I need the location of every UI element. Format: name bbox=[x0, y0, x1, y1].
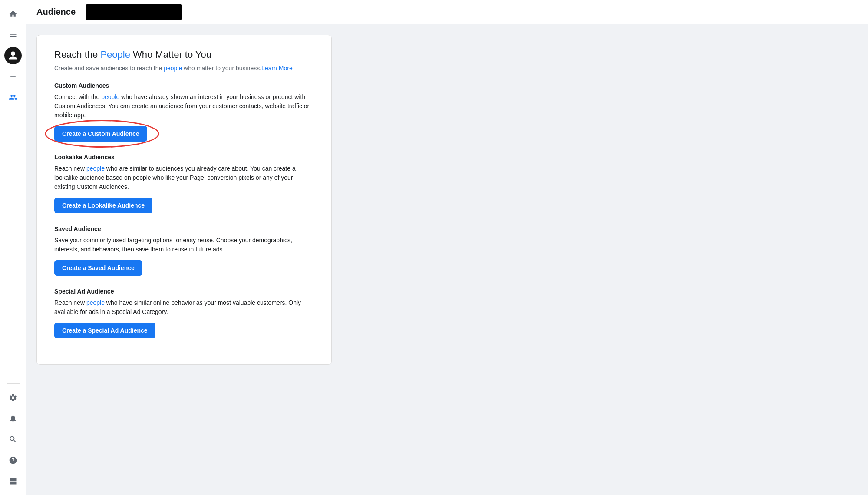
header-black-bar bbox=[86, 4, 182, 20]
special-ad-audience-section: Special Ad Audience Reach new people who… bbox=[54, 288, 314, 338]
special-ad-audience-desc: Reach new people who have similar online… bbox=[54, 298, 314, 317]
headline-prefix: Reach the bbox=[54, 49, 100, 60]
sidebar bbox=[0, 0, 26, 495]
sidebar-item-menu[interactable] bbox=[4, 26, 22, 43]
subtitle-people-link[interactable]: people bbox=[164, 65, 182, 72]
main-card: Reach the People Who Matter to You Creat… bbox=[36, 35, 332, 365]
create-saved-audience-button[interactable]: Create a Saved Audience bbox=[54, 260, 142, 276]
sidebar-item-avatar[interactable] bbox=[4, 47, 22, 64]
lookalike-audiences-section: Lookalike Audiences Reach new people who… bbox=[54, 154, 314, 213]
sidebar-item-help[interactable] bbox=[4, 452, 22, 469]
sidebar-item-home[interactable] bbox=[4, 5, 22, 23]
content-area: Reach the People Who Matter to You Creat… bbox=[26, 24, 868, 495]
headline-highlight: People bbox=[100, 49, 130, 60]
header: Audience bbox=[26, 0, 868, 24]
saved-audience-title: Saved Audience bbox=[54, 225, 314, 232]
sidebar-item-notifications[interactable] bbox=[4, 410, 22, 427]
subtitle-suffix: who matter to your business. bbox=[182, 65, 261, 72]
create-custom-audience-button[interactable]: Create a Custom Audience bbox=[54, 126, 147, 142]
custom-audiences-section: Custom Audiences Connect with the people… bbox=[54, 82, 314, 142]
saved-audience-section: Saved Audience Save your commonly used t… bbox=[54, 225, 314, 276]
sidebar-item-settings[interactable] bbox=[4, 389, 22, 406]
sidebar-item-search[interactable] bbox=[4, 431, 22, 448]
create-lookalike-audience-button[interactable]: Create a Lookalike Audience bbox=[54, 198, 152, 213]
custom-audience-button-wrapper: Create a Custom Audience bbox=[54, 126, 147, 142]
saved-audience-desc: Save your commonly used targeting option… bbox=[54, 236, 314, 254]
sidebar-item-audience[interactable] bbox=[4, 89, 22, 106]
card-headline: Reach the People Who Matter to You bbox=[54, 49, 314, 60]
main-area: Audience Reach the People Who Matter to … bbox=[26, 0, 868, 495]
page-title: Audience bbox=[36, 7, 76, 17]
lookalike-people-link[interactable]: people bbox=[86, 165, 105, 172]
card-subtitle: Create and save audiences to reach the p… bbox=[54, 65, 314, 72]
sidebar-item-dashboard[interactable] bbox=[4, 472, 22, 490]
custom-audiences-title: Custom Audiences bbox=[54, 82, 314, 89]
lookalike-audiences-title: Lookalike Audiences bbox=[54, 154, 314, 161]
sidebar-item-create[interactable] bbox=[4, 68, 22, 85]
create-special-ad-audience-button[interactable]: Create a Special Ad Audience bbox=[54, 323, 155, 338]
headline-suffix: Who Matter to You bbox=[130, 49, 211, 60]
sidebar-divider bbox=[7, 383, 20, 384]
special-people-link[interactable]: people bbox=[86, 299, 105, 306]
lookalike-audiences-desc: Reach new people who are similar to audi… bbox=[54, 164, 314, 191]
custom-audiences-desc: Connect with the people who have already… bbox=[54, 92, 314, 120]
learn-more-link[interactable]: Learn More bbox=[261, 65, 293, 72]
subtitle-prefix: Create and save audiences to reach the bbox=[54, 65, 164, 72]
special-ad-audience-title: Special Ad Audience bbox=[54, 288, 314, 295]
custom-people-link[interactable]: people bbox=[101, 93, 119, 100]
